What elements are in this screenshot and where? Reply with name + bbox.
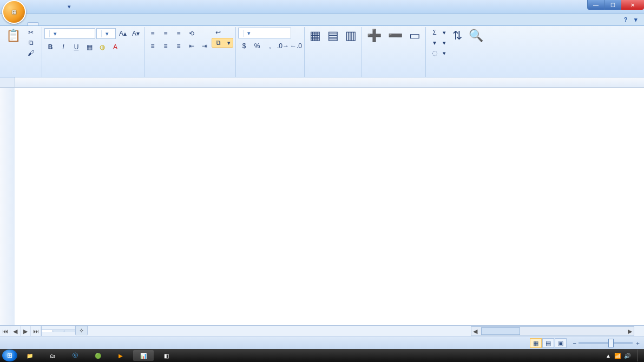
normal-view-button[interactable]: ▦ bbox=[530, 338, 542, 348]
group-label bbox=[307, 68, 359, 77]
underline-button[interactable]: U bbox=[70, 41, 82, 53]
bold-button[interactable]: B bbox=[44, 41, 56, 53]
merge-center-button[interactable]: ⧉▾ bbox=[212, 38, 233, 48]
accounting-format-button[interactable]: $ bbox=[238, 40, 250, 52]
find-select-button[interactable]: 🔍 bbox=[466, 28, 486, 45]
minimize-ribbon-icon[interactable]: ▾ bbox=[631, 15, 641, 24]
decrease-indent-button[interactable]: ⇤ bbox=[186, 40, 198, 52]
taskbar-explorer-icon[interactable]: 📁 bbox=[19, 350, 40, 361]
align-top-button[interactable]: ≡ bbox=[147, 28, 159, 40]
align-center-button[interactable]: ≡ bbox=[160, 40, 172, 52]
horizontal-scrollbar[interactable]: ◀ ▶ bbox=[471, 326, 634, 336]
tab-scroll-next-button[interactable]: ▶ bbox=[21, 326, 31, 336]
sheet-tab-3[interactable] bbox=[64, 330, 76, 332]
taskbar-libraries-icon[interactable]: 🗂 bbox=[42, 350, 63, 361]
sheet-tab-1[interactable] bbox=[41, 330, 53, 332]
worksheet-area bbox=[0, 77, 644, 325]
font-name-select[interactable]: ▾ bbox=[44, 28, 95, 39]
scroll-thumb[interactable] bbox=[481, 327, 520, 335]
qat-save-icon[interactable] bbox=[28, 1, 39, 12]
cut-button[interactable]: ✂ bbox=[24, 28, 40, 37]
fill-color-button[interactable]: ◍ bbox=[96, 41, 108, 53]
zoom-knob[interactable] bbox=[608, 339, 614, 347]
comma-format-button[interactable]: , bbox=[264, 40, 276, 52]
maximize-button[interactable]: ☐ bbox=[604, 0, 621, 10]
scroll-right-icon[interactable]: ▶ bbox=[626, 328, 634, 335]
scroll-left-icon[interactable]: ◀ bbox=[471, 328, 479, 335]
qat-customize-icon[interactable]: ▾ bbox=[64, 1, 75, 12]
tab-formulas[interactable] bbox=[64, 22, 76, 25]
zoom-slider[interactable]: − ＋ bbox=[571, 339, 641, 347]
grow-font-button[interactable]: A▴ bbox=[117, 28, 129, 40]
taskbar-chrome-icon[interactable]: 🟢 bbox=[88, 350, 108, 361]
paste-button[interactable]: 📋 bbox=[3, 28, 23, 45]
align-middle-button[interactable]: ≡ bbox=[160, 28, 172, 40]
tray-network-icon[interactable]: 📶 bbox=[614, 353, 621, 359]
percent-format-button[interactable]: % bbox=[251, 40, 263, 52]
format-cells-button[interactable]: ▭ bbox=[406, 28, 423, 45]
increase-decimal-button[interactable]: .0→ bbox=[277, 40, 289, 52]
tab-insert[interactable] bbox=[40, 22, 51, 25]
autosum-button[interactable]: Σ▾ bbox=[428, 28, 449, 37]
row-headers bbox=[0, 88, 15, 325]
insert-cells-button[interactable]: ➕ bbox=[364, 28, 384, 45]
cell-styles-button[interactable]: ▥ bbox=[343, 28, 359, 45]
ribbon-tabs: ? ▾ bbox=[0, 14, 644, 26]
tray-flag-icon[interactable]: ▲ bbox=[606, 353, 611, 359]
help-icon[interactable]: ? bbox=[621, 15, 630, 24]
tray-volume-icon[interactable]: 🔊 bbox=[624, 353, 630, 359]
qat-redo-icon[interactable] bbox=[52, 1, 63, 12]
sort-filter-button[interactable]: ⇅ bbox=[450, 28, 465, 45]
new-sheet-button[interactable]: ✧ bbox=[75, 326, 88, 335]
number-format-select[interactable]: ▾ bbox=[238, 28, 291, 38]
font-color-button[interactable]: A bbox=[109, 41, 121, 53]
tab-review[interactable] bbox=[89, 22, 101, 25]
start-button[interactable]: ⊞ bbox=[2, 350, 17, 361]
increase-indent-button[interactable]: ⇥ bbox=[199, 40, 211, 52]
font-size-select[interactable]: ▾ bbox=[96, 28, 116, 39]
format-painter-button[interactable]: 🖌 bbox=[24, 48, 40, 58]
show-desktop-button[interactable] bbox=[637, 350, 642, 361]
clear-button[interactable]: ◌▾ bbox=[428, 48, 449, 58]
align-right-button[interactable]: ≡ bbox=[173, 40, 185, 52]
tab-scroll-last-button[interactable]: ⏭ bbox=[31, 326, 41, 336]
taskbar-excel-icon[interactable]: 📊 bbox=[133, 350, 154, 361]
tab-view[interactable] bbox=[102, 22, 114, 25]
close-button[interactable]: ✕ bbox=[621, 0, 644, 10]
taskbar-wmp-icon[interactable]: ▶ bbox=[110, 350, 131, 361]
copy-button[interactable]: ⧉ bbox=[24, 38, 40, 48]
group-label bbox=[147, 68, 233, 77]
paste-icon: 📋 bbox=[6, 29, 21, 42]
taskbar-app-icon[interactable]: ◧ bbox=[156, 350, 176, 361]
tab-home[interactable] bbox=[27, 22, 39, 25]
fill-button[interactable]: ▾▾ bbox=[428, 38, 449, 48]
grid[interactable] bbox=[15, 88, 644, 325]
taskbar-ie-icon[interactable]: ⓔ bbox=[65, 350, 86, 361]
conditional-formatting-button[interactable]: ▦ bbox=[307, 28, 324, 45]
page-layout-view-button[interactable]: ▤ bbox=[542, 338, 554, 348]
format-as-table-button[interactable]: ▤ bbox=[325, 28, 341, 45]
minimize-button[interactable]: — bbox=[587, 0, 604, 10]
tab-data[interactable] bbox=[77, 22, 89, 25]
shrink-font-button[interactable]: A▾ bbox=[130, 28, 142, 40]
page-break-view-button[interactable]: ▣ bbox=[555, 338, 567, 348]
tab-page-layout[interactable] bbox=[52, 22, 64, 25]
tab-scroll-first-button[interactable]: ⏮ bbox=[0, 326, 10, 336]
align-left-button[interactable]: ≡ bbox=[147, 40, 159, 52]
group-label bbox=[44, 68, 142, 77]
border-button[interactable]: ▦ bbox=[83, 41, 95, 53]
tab-scroll-prev-button[interactable]: ◀ bbox=[10, 326, 21, 336]
wrap-text-button[interactable]: ↩ bbox=[212, 28, 233, 37]
delete-cells-button[interactable]: ➖ bbox=[385, 28, 405, 45]
decrease-decimal-button[interactable]: ←.0 bbox=[290, 40, 302, 52]
select-all-button[interactable] bbox=[0, 77, 15, 87]
ribbon: 📋 ✂ ⧉ 🖌 ▾ ▾ A▴ A▾ bbox=[0, 26, 644, 77]
titlebar: ⊞ ▾ — ☐ ✕ bbox=[0, 0, 644, 14]
zoom-in-button[interactable]: ＋ bbox=[635, 339, 641, 347]
align-bottom-button[interactable]: ≡ bbox=[173, 28, 185, 40]
qat-undo-icon[interactable] bbox=[40, 1, 51, 12]
sheet-tab-2[interactable] bbox=[52, 330, 64, 332]
italic-button[interactable]: I bbox=[57, 41, 69, 53]
zoom-out-button[interactable]: − bbox=[573, 340, 576, 346]
orientation-button[interactable]: ⟲ bbox=[186, 28, 198, 40]
